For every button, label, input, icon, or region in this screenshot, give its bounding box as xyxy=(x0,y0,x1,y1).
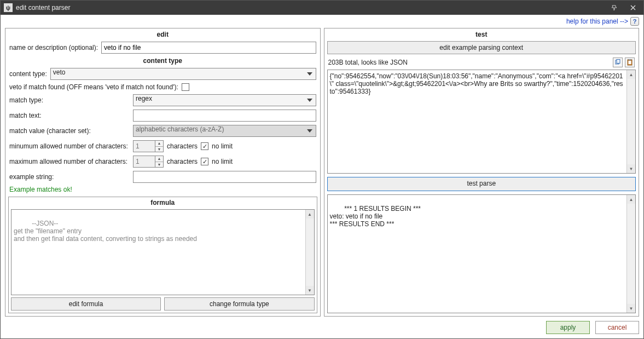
example-string-input[interactable] xyxy=(133,171,316,183)
content-type-label: content type: xyxy=(9,70,47,78)
scroll-up-icon[interactable]: ▲ xyxy=(306,210,314,219)
apply-button[interactable]: apply xyxy=(546,321,590,334)
match-text-input[interactable] xyxy=(133,110,316,122)
paste-icon[interactable] xyxy=(625,58,635,67)
test-status: 203B total, looks like JSON xyxy=(328,59,408,66)
max-no-limit-label: no limit xyxy=(212,158,233,165)
example-result: Example matches ok! xyxy=(6,185,320,197)
scroll-down-icon[interactable]: ▼ xyxy=(627,164,635,173)
cancel-button[interactable]: cancel xyxy=(595,321,639,334)
min-no-limit-label: no limit xyxy=(212,142,233,150)
help-icon[interactable]: ? xyxy=(630,17,639,26)
edit-context-button[interactable]: edit example parsing context xyxy=(327,41,636,54)
help-link[interactable]: help for this panel --> xyxy=(566,18,628,25)
window-title: edit content parser xyxy=(16,4,604,12)
min-chars-spinner[interactable]: ▲▼ xyxy=(133,140,164,152)
results-area[interactable]: *** 1 RESULTS BEGIN *** veto: veto if no… xyxy=(327,194,636,313)
sample-text-area[interactable]: {"no":95462554,"now":"03\/04\/18(Sun)18:… xyxy=(327,70,636,174)
name-input[interactable] xyxy=(101,42,316,54)
formula-title: formula xyxy=(9,197,317,208)
pin-button[interactable] xyxy=(606,2,623,13)
scroll-down-icon[interactable]: ▼ xyxy=(306,286,314,295)
match-type-select[interactable]: regex xyxy=(133,94,316,106)
match-value-select: alphabetic characters (a-zA-Z) xyxy=(133,125,316,137)
content-type-select[interactable]: veto xyxy=(50,68,316,80)
close-button[interactable] xyxy=(625,2,641,13)
match-text-label: match text: xyxy=(9,112,130,119)
min-chars-label: minumum allowed number of characters: xyxy=(9,142,130,150)
max-chars-label: maximum allowed number of characters: xyxy=(9,158,130,165)
content-type-title: content type xyxy=(6,55,320,66)
min-chars-unit: characters xyxy=(167,142,198,150)
svg-rect-3 xyxy=(629,59,631,60)
edit-panel: edit name or description (optional): con… xyxy=(5,28,321,317)
copy-icon[interactable] xyxy=(613,58,623,67)
max-no-limit-checkbox[interactable]: ✓ xyxy=(201,158,208,165)
min-no-limit-checkbox[interactable]: ✓ xyxy=(201,142,208,150)
max-chars-spinner[interactable]: ▲▼ xyxy=(133,156,164,168)
test-panel: test edit example parsing context 203B t… xyxy=(324,28,640,317)
app-icon: ψ xyxy=(4,3,13,12)
chevron-up-icon[interactable]: ▲ xyxy=(155,141,163,147)
chevron-down-icon[interactable]: ▼ xyxy=(155,162,163,168)
max-chars-unit: characters xyxy=(167,158,198,165)
edit-title: edit xyxy=(6,29,320,40)
scroll-down-icon[interactable]: ▼ xyxy=(627,304,635,313)
formula-panel: formula --JSON-- get the "filename" entr… xyxy=(8,197,317,313)
chevron-down-icon[interactable]: ▼ xyxy=(155,147,163,152)
change-formula-type-button[interactable]: change formula type xyxy=(164,297,314,311)
scroll-up-icon[interactable]: ▲ xyxy=(627,70,635,79)
example-string-label: example string: xyxy=(9,173,130,181)
test-parse-button[interactable]: test parse xyxy=(327,177,636,191)
scroll-up-icon[interactable]: ▲ xyxy=(627,195,635,204)
name-label: name or description (optional): xyxy=(9,44,98,51)
match-value-label: match value (character set): xyxy=(9,127,130,135)
veto-toggle-checkbox[interactable] xyxy=(182,83,189,91)
edit-formula-button[interactable]: edit formula xyxy=(11,297,161,311)
match-type-label: match type: xyxy=(9,96,130,104)
veto-toggle-label: veto if match found (OFF means 'veto if … xyxy=(9,83,178,91)
formula-body[interactable]: --JSON-- get the "filename" entry and th… xyxy=(11,209,315,295)
chevron-up-icon[interactable]: ▲ xyxy=(155,156,163,162)
svg-rect-1 xyxy=(617,60,620,64)
svg-rect-4 xyxy=(629,61,631,64)
test-title: test xyxy=(325,29,639,40)
